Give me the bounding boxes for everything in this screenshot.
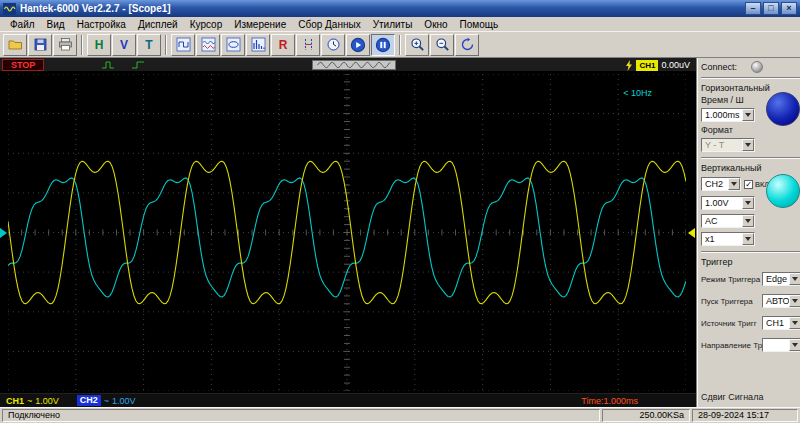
cursor-measure-button[interactable] [296, 34, 320, 56]
zoom-in-icon [410, 37, 425, 52]
trigger-source-value: CH1 [766, 318, 784, 328]
chevron-down-icon[interactable] [742, 197, 754, 209]
scope-column: STOP CH1 0.00uV < 10Hz [0, 58, 696, 407]
menu-utility[interactable]: Утилиты [367, 19, 419, 30]
channel-readout-bar: CH1 ~ 1.00V CH2 ~ 1.00V Time:1.000ms [0, 393, 696, 407]
horizontal-position-slider[interactable] [312, 60, 396, 70]
print-button[interactable] [53, 34, 77, 56]
trigger-letter: T [145, 38, 152, 52]
pause-icon [375, 37, 391, 53]
trigger-sweep-select[interactable]: АВТО [762, 294, 800, 308]
connection-status: Подключено [2, 409, 600, 422]
channel-select[interactable]: CH2 [701, 177, 741, 191]
trigger-level-marker[interactable] [688, 228, 695, 238]
chevron-down-icon[interactable] [789, 317, 800, 329]
volts-div-select[interactable]: 1.00V [701, 196, 755, 210]
timebase-select[interactable]: 1.000ms [701, 108, 755, 122]
trigger-slope-label: Направление Тр [701, 341, 762, 350]
datetime: 28-09-2024 15:17 [692, 409, 798, 422]
menu-cursor[interactable]: Курсор [184, 19, 229, 30]
fft-mode-button[interactable] [246, 34, 270, 56]
chevron-down-icon[interactable] [742, 215, 754, 227]
trigger-mode-select[interactable]: Edge [762, 272, 800, 286]
ch1-readout: CH1 ~ 1.00V [6, 396, 59, 406]
save-button[interactable] [28, 34, 52, 56]
trigger-source-label: Источник Тригг [701, 319, 757, 328]
maximize-button[interactable]: □ [763, 2, 779, 15]
chevron-down-icon[interactable] [742, 139, 754, 151]
menu-display[interactable]: Дисплей [132, 19, 184, 30]
panel-divider [701, 77, 800, 79]
format-select[interactable]: Y - T [701, 138, 755, 152]
trigger-slope-select[interactable] [762, 338, 800, 352]
vertical-letter: V [120, 38, 128, 52]
window-title: Hantek-6000 Ver2.2.7 - [Scope1] [20, 3, 171, 14]
waveform-mode-button[interactable] [171, 34, 195, 56]
signal-shift-label: Сдвиг Сигнала [701, 392, 800, 402]
format-label: Формат [701, 125, 800, 135]
probe-select[interactable]: x1 [701, 232, 755, 246]
horizontal-knob[interactable] [766, 92, 800, 126]
app-window: Hantek-6000 Ver2.2.7 - [Scope1] – □ × Фа… [0, 0, 800, 423]
trigger-sweep-value: АВТО [766, 296, 790, 306]
autoset-button[interactable] [321, 34, 345, 56]
start-button[interactable] [346, 34, 370, 56]
menu-acquire[interactable]: Сбор Данных [292, 19, 366, 30]
fft-bars-icon [251, 37, 266, 52]
minimize-button[interactable]: – [745, 2, 761, 15]
close-button[interactable]: × [781, 2, 797, 15]
ch1-volts: 1.00V [35, 396, 59, 406]
chevron-down-icon[interactable] [742, 233, 754, 245]
record-button[interactable]: R [271, 34, 295, 56]
menu-window[interactable]: Окно [418, 19, 453, 30]
overview-wave-svg [313, 61, 395, 69]
scope-plot [8, 74, 686, 391]
xy-mode-button[interactable] [221, 34, 245, 56]
square-wave-icon [176, 37, 191, 52]
ch1-label: CH1 [6, 396, 24, 406]
trigger-level-readout: 0.00uV [661, 60, 690, 70]
ch2-ground-marker[interactable] [0, 228, 7, 238]
dual-trace-button[interactable] [196, 34, 220, 56]
toolbar: H V T R [0, 32, 800, 58]
vertical-panel-button[interactable]: V [112, 34, 136, 56]
play-icon [350, 37, 366, 53]
record-letter: R [279, 38, 288, 52]
open-folder-icon [8, 37, 23, 52]
cursor-lines-icon [301, 37, 316, 52]
chevron-down-icon[interactable] [789, 295, 800, 307]
menu-help[interactable]: Помощь [454, 19, 505, 30]
save-floppy-icon [33, 37, 48, 52]
menu-setup[interactable]: Настройка [71, 19, 132, 30]
menu-measure[interactable]: Измерение [228, 19, 292, 30]
chevron-down-icon[interactable] [728, 178, 740, 190]
zoom-in-button[interactable] [405, 34, 429, 56]
open-button[interactable] [3, 34, 27, 56]
chevron-down-icon[interactable] [789, 273, 800, 285]
zoom-out-button[interactable] [430, 34, 454, 56]
sample-rate: 250.00KSa [602, 409, 690, 422]
ch2-coupling-icon: ~ [104, 396, 109, 406]
run-stop-indicator: STOP [2, 59, 44, 71]
menu-view[interactable]: Вид [41, 19, 71, 30]
trigger-section-title: Триггер [701, 257, 800, 267]
menu-file[interactable]: Файл [4, 19, 41, 30]
channel-value: CH2 [705, 179, 723, 189]
format-value: Y - T [705, 140, 724, 150]
timebase-value: 1.000ms [705, 110, 740, 120]
horizontal-panel-button[interactable]: H [87, 34, 111, 56]
pause-button[interactable] [371, 34, 395, 56]
trigger-source-select[interactable]: CH1 [762, 316, 800, 330]
selfcal-button[interactable] [455, 34, 479, 56]
probe-value: x1 [705, 234, 715, 244]
chevron-down-icon[interactable] [789, 339, 800, 351]
ch2-readout: CH2 ~ 1.00V [77, 395, 136, 406]
coupling-select[interactable]: AC [701, 214, 755, 228]
trigger-mode-label: Режим Триггера [701, 275, 760, 284]
chevron-down-icon[interactable] [742, 109, 754, 121]
ch1-coupling-icon: ~ [27, 396, 32, 406]
toolbar-separator [81, 35, 83, 55]
vertical-knob[interactable] [766, 174, 800, 208]
control-panel: Connect: Горизонтальный Время / Ш 1.000m… [696, 58, 800, 407]
trigger-panel-button[interactable]: T [137, 34, 161, 56]
